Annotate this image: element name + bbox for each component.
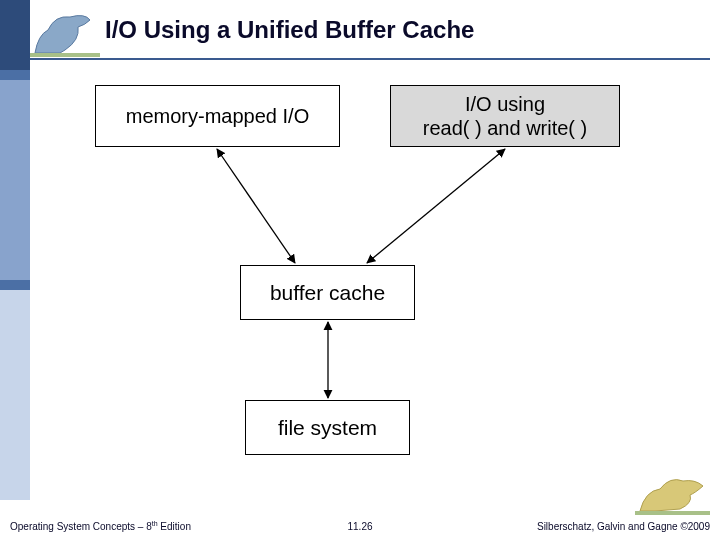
diagram: memory-mapped I/O I/O using read( ) and … [85,85,635,475]
svg-line-0 [217,149,295,263]
sidebar-seg [0,0,30,70]
page-title: I/O Using a Unified Buffer Cache [105,16,474,44]
footer-page-number: 11.26 [347,521,372,532]
sidebar-seg [0,70,30,80]
title-underline [30,58,710,60]
sidebar-seg [0,290,30,500]
sidebar-seg [0,280,30,290]
footer: Operating System Concepts – 8th Edition … [0,512,720,540]
sidebar-decoration [0,0,30,500]
footer-right: Silberschatz, Galvin and Gagne ©2009 [537,521,710,532]
footer-text: Edition [158,521,191,532]
sidebar-seg [0,80,30,280]
dinosaur-icon [635,471,710,516]
slide: I/O Using a Unified Buffer Cache memory-… [0,0,720,540]
title-bar: I/O Using a Unified Buffer Cache [30,0,720,60]
diagram-arrows [85,85,635,475]
svg-line-1 [367,149,505,263]
footer-text: Operating System Concepts – 8 [10,521,152,532]
footer-left: Operating System Concepts – 8th Edition [10,520,191,532]
